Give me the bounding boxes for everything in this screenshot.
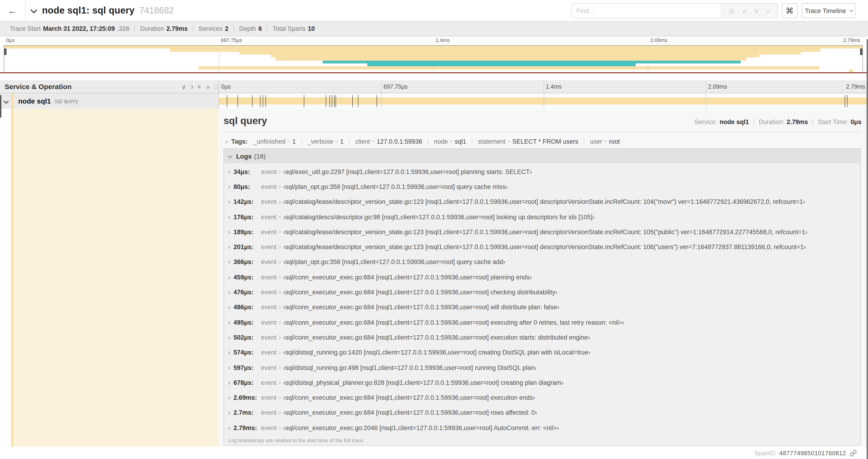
- log-field-name: event: [261, 379, 277, 386]
- log-entry[interactable]: ›574μs:event=‹sql/distsql_running.go:142…: [224, 345, 861, 360]
- gridline: [544, 93, 544, 109]
- equals-sign: =: [278, 365, 281, 370]
- tag-key: node: [434, 138, 448, 145]
- chevron-right-icon: ›: [225, 138, 227, 145]
- log-marker: [336, 95, 336, 107]
- link-icon[interactable]: [850, 450, 857, 456]
- equals-sign: =: [278, 380, 281, 386]
- log-entry[interactable]: ›2.7ms:event=‹sql/conn_executor_exec.go:…: [224, 405, 861, 421]
- equals-sign: =: [278, 229, 281, 235]
- log-value: ‹sql/conn_executor_exec.go:684 [nsql1,cl…: [283, 334, 590, 341]
- find-bar: ◎ ∧ ∨ ×: [571, 3, 778, 18]
- chevron-right-icon: ›: [228, 424, 230, 431]
- equals-sign: =: [335, 138, 338, 144]
- log-entry[interactable]: ›678μs:event=‹sql/distsql_physical_plann…: [224, 375, 861, 390]
- minimap-span-bar: [367, 63, 636, 66]
- trace-minimap[interactable]: [4, 45, 863, 72]
- tag-key: _unfinished: [253, 138, 285, 145]
- log-entry[interactable]: ›495μs:event=‹sql/conn_executor_exec.go:…: [224, 315, 861, 330]
- tag-item: node=sql1: [428, 138, 472, 145]
- find-input[interactable]: [572, 4, 721, 18]
- tag-value: 1: [292, 138, 296, 145]
- equals-sign: =: [507, 138, 510, 144]
- log-entry[interactable]: ›459μs:event=‹sql/conn_executor_exec.go:…: [224, 270, 861, 285]
- log-timestamp: 2.79ms:: [234, 424, 258, 431]
- back-button[interactable]: ←: [0, 0, 26, 21]
- trace-view-selector[interactable]: Trace Timeline: [802, 3, 856, 18]
- log-field-name: event: [261, 273, 277, 281]
- logs-header[interactable]: Logs (18): [224, 149, 861, 163]
- log-field-name: event: [261, 319, 277, 326]
- equals-sign: =: [278, 214, 281, 220]
- log-entry[interactable]: ›2.79ms:event=‹sql/conn_executor_exec.go…: [224, 420, 861, 435]
- log-field-name: event: [261, 183, 277, 190]
- logs-list: ›34μs:event=‹sql/exec_util.go:2297 [nsql…: [224, 163, 861, 435]
- log-entry[interactable]: ›80μs:event=‹sql/plan_opt.go:358 [nsql1,…: [224, 179, 861, 195]
- collapse-all-icon[interactable]: »: [197, 85, 203, 88]
- log-marker: [263, 95, 263, 107]
- log-entry[interactable]: ›476μs:event=‹sql/conn_executor_exec.go:…: [224, 285, 861, 300]
- log-marker: [238, 95, 238, 107]
- expand-all-icon[interactable]: »: [206, 83, 210, 90]
- equals-sign: =: [278, 244, 281, 250]
- log-entry[interactable]: ›502μs:event=‹sql/conn_executor_exec.go:…: [224, 330, 861, 345]
- span-tree-scrollbar[interactable]: [0, 95, 1, 118]
- keyboard-shortcuts-button[interactable]: ⌘: [782, 3, 798, 18]
- log-value: ‹sql/catalog/lease/descriptor_version_st…: [283, 229, 808, 236]
- log-field-name: event: [261, 229, 277, 236]
- log-timestamp: 459μs:: [234, 273, 258, 281]
- log-entry[interactable]: ›201μs:event=‹sql/catalog/lease/descript…: [224, 239, 861, 255]
- tag-value: 1: [340, 138, 343, 145]
- next-match-icon[interactable]: ∨: [754, 7, 758, 14]
- span-bar-cell[interactable]: [219, 93, 868, 109]
- expand-one-level-icon[interactable]: ›: [191, 83, 193, 91]
- log-field-name: event: [261, 334, 277, 341]
- summary-trace-start: Trace StartMarch 31 2022, 17:25:09.326: [5, 25, 135, 32]
- log-field-name: event: [261, 304, 277, 311]
- trace-id: 7418682: [139, 5, 174, 15]
- tags-accordion[interactable]: › Tags: _unfinished=1_verbose=1client=12…: [225, 136, 625, 146]
- log-entry[interactable]: ›34μs:event=‹sql/exec_util.go:2297 [nsql…: [224, 164, 861, 179]
- vertical-scrollbar[interactable]: [866, 39, 868, 459]
- timeline-tick-label: 1.4ms: [436, 37, 450, 43]
- gridline: [381, 93, 382, 109]
- log-value: ‹sql/exec_util.go:2297 [nsql1,client=127…: [283, 168, 532, 175]
- span-collapse-chevron-icon[interactable]: [3, 98, 9, 104]
- log-marker: [227, 95, 227, 107]
- clear-find-icon[interactable]: ×: [766, 7, 770, 14]
- locate-icon[interactable]: ◎: [729, 7, 735, 14]
- span-id-label: SpanID:: [754, 450, 777, 456]
- timeline-tick-label: 0μs: [6, 37, 14, 43]
- span-detail-left-fill: [11, 109, 218, 447]
- log-timestamp: 80μs:: [234, 183, 258, 190]
- log-marker: [352, 95, 353, 107]
- log-entry[interactable]: ›189μs:event=‹sql/catalog/lease/descript…: [224, 224, 861, 239]
- log-timestamp: 142μs:: [234, 198, 258, 205]
- chevron-right-icon: ›: [228, 183, 230, 190]
- log-entry[interactable]: ›2.69ms:event=‹sql/conn_executor_exec.go…: [224, 390, 861, 405]
- trace-collapse-chevron-icon[interactable]: [31, 6, 37, 13]
- collapse-one-level-icon[interactable]: ∨: [181, 83, 186, 90]
- column-resizer-grip[interactable]: [215, 84, 217, 90]
- tag-value: sql1: [455, 138, 466, 145]
- equals-sign: =: [278, 425, 281, 431]
- prev-match-icon[interactable]: ∧: [742, 7, 746, 14]
- top-bar: ← node sql1: sql query 7418682 ◎ ∧ ∨ × ⌘…: [0, 0, 868, 22]
- log-entry[interactable]: ›486μs:event=‹sql/conn_executor_exec.go:…: [224, 300, 861, 315]
- minimap-span-bar: [849, 69, 853, 72]
- log-value: ‹sql/catalog/descs/descriptor.go:98 [nsq…: [283, 214, 594, 220]
- timeline-tick-label: 2.09ms: [708, 84, 727, 90]
- logs-title: Logs: [236, 152, 252, 160]
- trace-view-label: Trace Timeline: [805, 7, 846, 14]
- log-entry[interactable]: ›597μs:event=‹sql/distsql_running.go:498…: [224, 360, 861, 375]
- log-timestamp: 189μs:: [234, 229, 258, 236]
- log-timestamp: 476μs:: [234, 289, 258, 296]
- log-entry[interactable]: ›142μs:event=‹sql/catalog/lease/descript…: [224, 194, 861, 209]
- minimap-span-bar: [323, 60, 741, 63]
- log-value: ‹sql/plan_opt.go:358 [nsql1,client=127.0…: [283, 183, 508, 190]
- span-name-cell[interactable]: node sql1 sql query: [0, 93, 218, 109]
- timeline-ruler: 0μs697.75μs1.4ms2.09ms2.79ms: [219, 80, 868, 93]
- log-entry[interactable]: ›176μs:event=‹sql/catalog/descs/descript…: [224, 209, 861, 225]
- log-entry[interactable]: ›366μs:event=‹sql/plan_opt.go:358 [nsql1…: [224, 255, 861, 270]
- log-field-name: event: [261, 259, 277, 266]
